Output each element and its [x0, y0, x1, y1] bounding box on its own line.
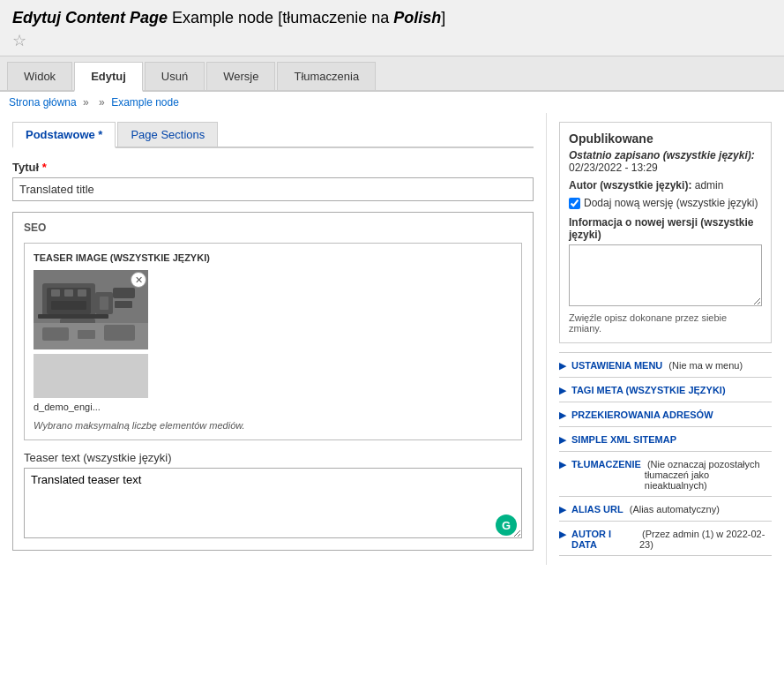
right-panel: Opublikowane Ostatnio zapisano (wszystki… [546, 113, 784, 565]
sub-tabs: Podstawowe * Page Sections [12, 122, 534, 148]
svg-rect-11 [38, 314, 108, 319]
accordion-arrow-autor: ▶ [559, 529, 566, 540]
seo-label: SEO [24, 222, 522, 234]
svg-rect-14 [42, 327, 69, 341]
star-icon[interactable]: ☆ [12, 31, 26, 50]
accordion-title-autor: AUTOR I DATA [571, 529, 636, 550]
accordion-alias[interactable]: ▶ ALIAS URL (Alias automatyczny) [559, 496, 772, 521]
accordion-ustawienia[interactable]: ▶ USTAWIENIA MENU (Nie ma w menu) [559, 352, 772, 377]
image-close-button[interactable]: ✕ [131, 272, 146, 288]
tab-podstawowe[interactable]: Podstawowe * [12, 122, 116, 148]
image-empty-area [34, 354, 148, 398]
svg-rect-6 [51, 301, 86, 310]
svg-rect-8 [100, 297, 108, 310]
grammarly-icon[interactable]: G [496, 514, 517, 536]
title-label: Tytuł * [12, 161, 534, 174]
version-hint: Zwięźle opisz dokonane przez siebie zmia… [569, 312, 762, 334]
svg-rect-16 [104, 325, 135, 341]
media-max-message: Wybrano maksymalną liczbę elementów medi… [34, 420, 512, 431]
seo-box: SEO TEASER IMAGE (WSZYSTKIE JĘZYKI) ✕ [12, 212, 534, 551]
last-saved-label: Ostatnio zapisano (wszystkie języki): [569, 149, 762, 161]
accordion-arrow-ustawienia: ▶ [559, 360, 566, 372]
author-row: Autor (wszystkie języki): admin [569, 179, 762, 192]
title-required: * [42, 161, 47, 174]
tab-bar: Widok Edytuj Usuń Wersje Tłumaczenia [0, 56, 784, 92]
tab-page-sections[interactable]: Page Sections [117, 122, 218, 146]
svg-rect-4 [64, 289, 73, 297]
teaser-text-label: Teaser text (wszystkie języki) [24, 451, 522, 464]
accordion-title-tagi: TAGI META (WSZYSTKIE JĘZYKI) [571, 385, 726, 395]
accordion-title-sitemap: SIMPLE XML SITEMAP [571, 434, 676, 445]
title-input[interactable] [12, 177, 534, 201]
published-box: Opublikowane Ostatnio zapisano (wszystki… [559, 122, 772, 343]
accordion-title-ustawienia: USTAWIENIA MENU [571, 360, 662, 371]
teaser-image-title: TEASER IMAGE (WSZYSTKIE JĘZYKI) [34, 252, 512, 263]
accordion-title-alias: ALIAS URL [571, 504, 623, 514]
teaser-image-section: TEASER IMAGE (WSZYSTKIE JĘZYKI) ✕ [24, 243, 522, 440]
svg-rect-10 [115, 301, 132, 308]
add-version-row: Dodaj nową wersję (wszystkie języki) [569, 197, 762, 209]
svg-rect-15 [78, 330, 95, 339]
accordion: ▶ USTAWIENIA MENU (Nie ma w menu) ▶ TAGI… [559, 352, 772, 556]
add-version-label: Dodaj nową wersję (wszystkie języki) [584, 197, 758, 209]
accordion-subtitle-tlumaczenie: (Nie oznaczaj pozostałych tłumaczeń jako… [645, 459, 772, 491]
svg-rect-9 [113, 288, 135, 298]
version-info-label: Informacja o nowej wersji (wszystkie jęz… [569, 216, 762, 241]
left-panel: Podstawowe * Page Sections Tytuł * SEO T… [0, 113, 546, 565]
tab-edytuj[interactable]: Edytuj [74, 62, 143, 92]
main-layout: Podstawowe * Page Sections Tytuł * SEO T… [0, 113, 784, 582]
svg-rect-5 [78, 289, 86, 297]
author-label: Autor (wszystkie języki): [569, 179, 691, 192]
accordion-title-przekierowania: PRZEKIEROWANIA ADRESÓW [571, 409, 713, 420]
accordion-subtitle-ustawienia: (Nie ma w menu) [666, 360, 743, 371]
accordion-arrow-alias: ▶ [559, 504, 566, 515]
accordion-tlumaczenie[interactable]: ▶ TŁUMACZENIE (Nie oznaczaj pozostałych … [559, 451, 772, 496]
accordion-tagi[interactable]: ▶ TAGI META (WSZYSTKIE JĘZYKI) [559, 377, 772, 402]
teaser-text-input[interactable]: Translated teaser text [24, 468, 522, 538]
breadcrumb-home[interactable]: Strona główna [9, 96, 77, 109]
accordion-sitemap[interactable]: ▶ SIMPLE XML SITEMAP [559, 426, 772, 451]
breadcrumb-sep2: » [99, 96, 105, 109]
breadcrumb-node[interactable]: Example node [111, 96, 179, 109]
accordion-przekierowania[interactable]: ▶ PRZEKIEROWANIA ADRESÓW [559, 402, 772, 426]
page-header: Edytuj Content Page Example node [tłumac… [0, 0, 784, 56]
accordion-autor[interactable]: ▶ AUTOR I DATA (Przez admin (1) w 2022-0… [559, 521, 772, 556]
tab-widok[interactable]: Widok [7, 62, 72, 90]
page-title: Edytuj Content Page Example node [tłumac… [12, 9, 772, 27]
version-info-textarea[interactable] [569, 244, 762, 306]
breadcrumb-sep1: » [83, 96, 89, 109]
image-filename: d_demo_engi... [34, 402, 148, 412]
last-saved-date: 02/23/2022 - 13:29 [569, 161, 762, 174]
image-widget: ✕ [34, 270, 148, 412]
breadcrumb: Strona główna » » Example node [0, 92, 784, 113]
svg-rect-3 [51, 289, 60, 297]
accordion-arrow-sitemap: ▶ [559, 434, 566, 446]
add-version-checkbox[interactable] [569, 198, 580, 209]
tab-tlumaczenia[interactable]: Tłumaczenia [277, 62, 376, 90]
accordion-arrow-tlumaczenie: ▶ [559, 459, 566, 470]
tab-usun[interactable]: Usuń [145, 62, 205, 90]
accordion-arrow-przekierowania: ▶ [559, 409, 566, 421]
accordion-arrow-tagi: ▶ [559, 385, 566, 396]
tab-wersje[interactable]: Wersje [206, 62, 275, 90]
published-title: Opublikowane [569, 131, 762, 146]
accordion-subtitle-alias: (Alias automatyczny) [627, 504, 720, 514]
accordion-subtitle-autor: (Przez admin (1) w 2022-02-23) [639, 529, 772, 550]
author-value: admin [695, 179, 724, 192]
accordion-title-tlumaczenie: TŁUMACZENIE [571, 459, 641, 469]
teaser-text-wrap: Translated teaser text G [24, 468, 522, 541]
